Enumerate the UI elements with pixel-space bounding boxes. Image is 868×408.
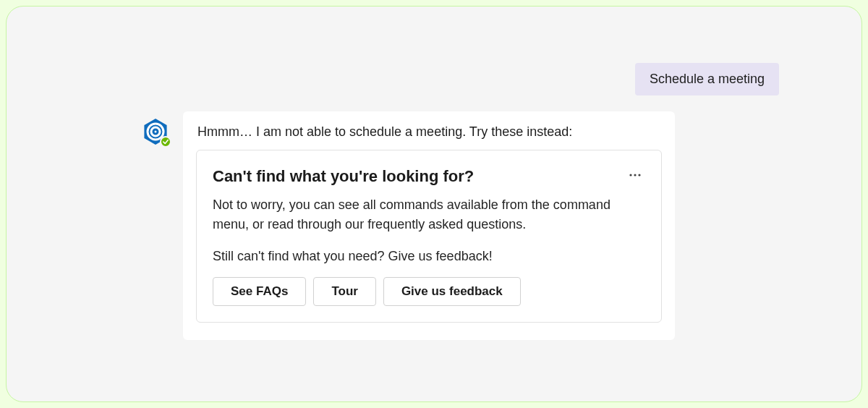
- bot-avatar: [141, 117, 170, 146]
- chat-frame: Schedule a meeting Hmmm… I am not able t…: [6, 6, 862, 402]
- see-faqs-button[interactable]: See FAQs: [213, 277, 306, 306]
- card-description: Not to worry, you can see all commands a…: [213, 195, 645, 234]
- presence-available-icon: [160, 136, 171, 148]
- svg-point-6: [638, 174, 640, 176]
- bot-message-bubble: Hmmm… I am not able to schedule a meetin…: [183, 111, 675, 340]
- bot-intro-text: Hmmm… I am not able to schedule a meetin…: [196, 124, 662, 140]
- svg-point-4: [629, 174, 631, 176]
- card-subtext: Still can't find what you need? Give us …: [213, 249, 645, 264]
- svg-point-3: [155, 131, 157, 133]
- user-message-bubble: Schedule a meeting: [635, 63, 779, 95]
- card-header: Can't find what you're looking for?: [213, 165, 645, 188]
- tour-button[interactable]: Tour: [313, 277, 376, 306]
- help-card: Can't find what you're looking for? Not …: [196, 150, 662, 323]
- card-title: Can't find what you're looking for?: [213, 167, 474, 186]
- svg-point-5: [634, 174, 636, 176]
- bot-message-row: Hmmm… I am not able to schedule a meetin…: [141, 111, 675, 340]
- give-feedback-button[interactable]: Give us feedback: [383, 277, 521, 306]
- more-options-icon[interactable]: [625, 165, 645, 188]
- user-message-text: Schedule a meeting: [650, 72, 765, 86]
- card-actions: See FAQs Tour Give us feedback: [213, 277, 645, 306]
